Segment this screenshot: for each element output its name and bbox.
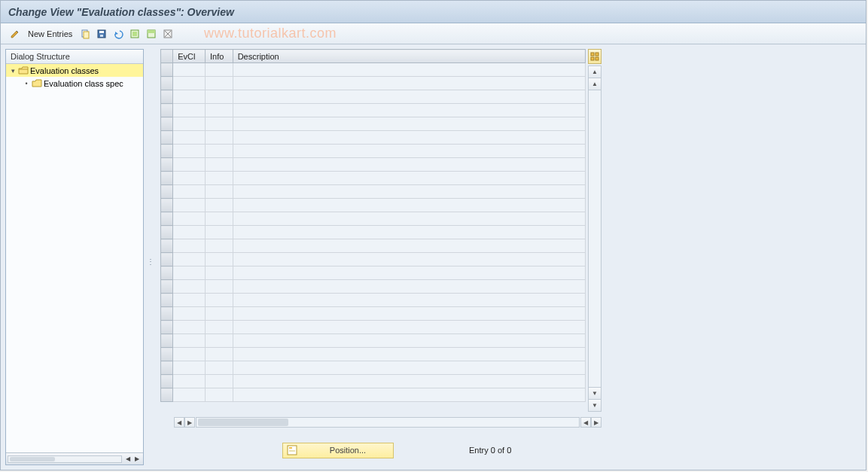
- cell[interactable]: [233, 104, 585, 117]
- cell[interactable]: [233, 158, 585, 172]
- cell[interactable]: [173, 239, 206, 253]
- cell[interactable]: [206, 375, 233, 388]
- scroll-up-icon[interactable]: ▲: [589, 66, 601, 78]
- cell[interactable]: [173, 375, 206, 388]
- cell[interactable]: [233, 348, 585, 361]
- cell[interactable]: [233, 253, 585, 266]
- select-all-icon[interactable]: [128, 27, 142, 41]
- collapse-icon[interactable]: ▾: [9, 67, 17, 75]
- cell[interactable]: [206, 212, 233, 226]
- cell[interactable]: [233, 388, 585, 402]
- sidebar-hscroll[interactable]: ◀ ▶: [6, 452, 143, 464]
- cell[interactable]: [206, 334, 233, 348]
- cell[interactable]: [233, 375, 585, 388]
- tree-item-evaluation-class-spec[interactable]: • Evaluation class spec: [6, 77, 143, 90]
- cell[interactable]: [173, 145, 206, 158]
- row-selector[interactable]: [161, 280, 173, 294]
- row-selector[interactable]: [161, 185, 173, 199]
- row-selector[interactable]: [161, 348, 173, 361]
- cell[interactable]: [233, 212, 585, 226]
- scroll-track[interactable]: [8, 455, 122, 463]
- row-selector[interactable]: [161, 226, 173, 239]
- horizontal-scrollbar[interactable]: ◀ ▶ ◀ ▶: [174, 416, 602, 428]
- cell[interactable]: [173, 199, 206, 212]
- row-selector[interactable]: [161, 63, 173, 77]
- row-selector[interactable]: [161, 172, 173, 185]
- cell[interactable]: [173, 321, 206, 334]
- cell[interactable]: [233, 307, 585, 321]
- cell[interactable]: [206, 117, 233, 131]
- scroll-thumb[interactable]: [10, 457, 55, 461]
- scroll-left-icon[interactable]: ◀: [123, 455, 132, 464]
- cell[interactable]: [233, 199, 585, 212]
- row-selector[interactable]: [161, 158, 173, 172]
- cell[interactable]: [173, 158, 206, 172]
- cell[interactable]: [233, 145, 585, 158]
- cell[interactable]: [206, 307, 233, 321]
- cell[interactable]: [233, 131, 585, 145]
- cell[interactable]: [233, 266, 585, 280]
- cell[interactable]: [173, 280, 206, 294]
- row-selector[interactable]: [161, 334, 173, 348]
- row-selector[interactable]: [161, 117, 173, 131]
- cell[interactable]: [173, 348, 206, 361]
- cell[interactable]: [173, 185, 206, 199]
- cell[interactable]: [206, 199, 233, 212]
- scroll-up2-icon[interactable]: ▲: [589, 78, 601, 90]
- vscroll-track[interactable]: [589, 90, 601, 387]
- row-selector[interactable]: [161, 321, 173, 334]
- cell[interactable]: [233, 361, 585, 375]
- cell[interactable]: [233, 63, 585, 77]
- scroll-down2-icon[interactable]: ▼: [589, 399, 601, 411]
- cell[interactable]: [233, 334, 585, 348]
- column-header-evcl[interactable]: EvCl: [173, 50, 206, 63]
- cell[interactable]: [206, 104, 233, 117]
- row-selector[interactable]: [161, 77, 173, 90]
- position-button[interactable]: Position...: [282, 443, 394, 458]
- row-selector[interactable]: [161, 199, 173, 212]
- cell[interactable]: [206, 90, 233, 104]
- cell[interactable]: [173, 63, 206, 77]
- cell[interactable]: [173, 334, 206, 348]
- cell[interactable]: [233, 321, 585, 334]
- hscroll-left2-icon[interactable]: ▶: [184, 417, 195, 428]
- column-header-info[interactable]: Info: [206, 50, 233, 63]
- deselect-icon[interactable]: [161, 27, 175, 41]
- select-all-header[interactable]: [161, 50, 173, 63]
- cell[interactable]: [173, 212, 206, 226]
- cell[interactable]: [173, 226, 206, 239]
- cell[interactable]: [206, 361, 233, 375]
- hscroll-thumb[interactable]: [198, 419, 288, 426]
- cell[interactable]: [206, 266, 233, 280]
- row-selector[interactable]: [161, 90, 173, 104]
- cell[interactable]: [206, 294, 233, 307]
- cell[interactable]: [206, 172, 233, 185]
- cell[interactable]: [173, 294, 206, 307]
- cell[interactable]: [206, 253, 233, 266]
- save-icon[interactable]: [95, 27, 108, 41]
- cell[interactable]: [173, 388, 206, 402]
- hscroll-right-icon[interactable]: ◀: [580, 417, 591, 428]
- cell[interactable]: [233, 117, 585, 131]
- change-icon[interactable]: [8, 27, 22, 41]
- cell[interactable]: [206, 185, 233, 199]
- cell[interactable]: [233, 280, 585, 294]
- hscroll-track[interactable]: [196, 417, 580, 428]
- row-selector[interactable]: [161, 375, 173, 388]
- row-selector[interactable]: [161, 361, 173, 375]
- undo-icon[interactable]: [111, 27, 125, 41]
- cell[interactable]: [206, 145, 233, 158]
- row-selector[interactable]: [161, 294, 173, 307]
- row-selector[interactable]: [161, 131, 173, 145]
- cell[interactable]: [173, 253, 206, 266]
- tree-item-evaluation-classes[interactable]: ▾ Evaluation classes: [6, 64, 143, 77]
- cell[interactable]: [233, 239, 585, 253]
- row-selector[interactable]: [161, 239, 173, 253]
- select-block-icon[interactable]: [145, 27, 158, 41]
- cell[interactable]: [206, 226, 233, 239]
- cell[interactable]: [173, 307, 206, 321]
- new-entries-button[interactable]: New Entries: [25, 29, 75, 38]
- scroll-right-icon[interactable]: ▶: [132, 455, 142, 464]
- cell[interactable]: [206, 239, 233, 253]
- cell[interactable]: [206, 348, 233, 361]
